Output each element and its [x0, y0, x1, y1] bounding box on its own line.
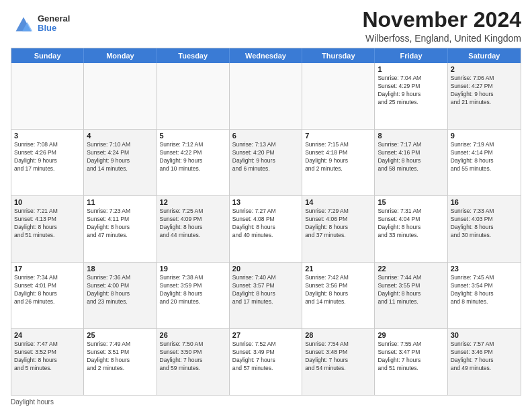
calendar-cell-r2-c5: 15Sunrise: 7:31 AM Sunset: 4:04 PM Dayli…: [375, 196, 447, 262]
day-number-7: 7: [305, 132, 371, 140]
header-wednesday: Wednesday: [230, 48, 302, 63]
calendar-cell-r0-c6: 2Sunrise: 7:06 AM Sunset: 4:27 PM Daylig…: [448, 63, 521, 129]
header-tuesday: Tuesday: [157, 48, 230, 63]
logo: General Blue: [11, 11, 70, 36]
day-info-16: Sunrise: 7:33 AM Sunset: 4:03 PM Dayligh…: [451, 208, 518, 240]
day-number-5: 5: [160, 132, 226, 140]
calendar-cell-r0-c3: [230, 63, 302, 129]
day-info-27: Sunrise: 7:52 AM Sunset: 3:49 PM Dayligh…: [232, 340, 299, 373]
day-info-13: Sunrise: 7:27 AM Sunset: 4:08 PM Dayligh…: [232, 208, 299, 240]
calendar-cell-r1-c4: 7Sunrise: 7:15 AM Sunset: 4:18 PM Daylig…: [302, 130, 375, 195]
day-number-29: 29: [378, 331, 444, 339]
month-title: November 2024: [362, 8, 521, 32]
day-info-11: Sunrise: 7:23 AM Sunset: 4:11 PM Dayligh…: [87, 208, 153, 240]
calendar-cell-r3-c6: 23Sunrise: 7:45 AM Sunset: 3:54 PM Dayli…: [448, 263, 521, 328]
calendar-cell-r0-c1: [84, 63, 157, 129]
calendar-cell-r2-c3: 13Sunrise: 7:27 AM Sunset: 4:08 PM Dayli…: [230, 196, 302, 262]
calendar-header: Sunday Monday Tuesday Wednesday Thursday…: [11, 48, 521, 63]
logo-icon: [11, 11, 36, 36]
day-number-10: 10: [14, 198, 81, 206]
day-number-13: 13: [232, 198, 299, 206]
footer-note: Daylight hours: [11, 398, 521, 406]
logo-general-label: General: [38, 14, 70, 24]
day-number-20: 20: [232, 265, 299, 273]
calendar-cell-r0-c5: 1Sunrise: 7:04 AM Sunset: 4:29 PM Daylig…: [375, 63, 447, 129]
day-info-19: Sunrise: 7:38 AM Sunset: 3:59 PM Dayligh…: [160, 274, 226, 306]
header: General Blue November 2024 Wilberfoss, E…: [11, 8, 521, 44]
day-info-24: Sunrise: 7:47 AM Sunset: 3:52 PM Dayligh…: [14, 340, 81, 373]
calendar-cell-r1-c2: 5Sunrise: 7:12 AM Sunset: 4:22 PM Daylig…: [157, 130, 230, 195]
header-saturday: Saturday: [448, 48, 521, 63]
day-info-22: Sunrise: 7:44 AM Sunset: 3:55 PM Dayligh…: [378, 274, 444, 306]
day-info-10: Sunrise: 7:21 AM Sunset: 4:13 PM Dayligh…: [14, 208, 81, 240]
day-info-26: Sunrise: 7:50 AM Sunset: 3:50 PM Dayligh…: [160, 340, 226, 373]
calendar-cell-r3-c1: 18Sunrise: 7:36 AM Sunset: 4:00 PM Dayli…: [84, 263, 157, 328]
calendar-cell-r2-c6: 16Sunrise: 7:33 AM Sunset: 4:03 PM Dayli…: [448, 196, 521, 262]
calendar-cell-r4-c2: 26Sunrise: 7:50 AM Sunset: 3:50 PM Dayli…: [157, 329, 230, 395]
day-info-4: Sunrise: 7:10 AM Sunset: 4:24 PM Dayligh…: [87, 141, 153, 173]
day-number-14: 14: [305, 198, 371, 206]
title-block: November 2024 Wilberfoss, England, Unite…: [362, 8, 521, 44]
day-number-17: 17: [14, 265, 81, 273]
calendar-cell-r1-c6: 9Sunrise: 7:19 AM Sunset: 4:14 PM Daylig…: [448, 130, 521, 195]
day-number-3: 3: [14, 132, 81, 140]
day-number-27: 27: [232, 331, 299, 339]
day-number-25: 25: [87, 331, 153, 339]
day-info-30: Sunrise: 7:57 AM Sunset: 3:46 PM Dayligh…: [451, 340, 518, 373]
calendar-row-4: 24Sunrise: 7:47 AM Sunset: 3:52 PM Dayli…: [11, 328, 521, 395]
calendar-body: 1Sunrise: 7:04 AM Sunset: 4:29 PM Daylig…: [11, 63, 521, 395]
calendar-cell-r4-c6: 30Sunrise: 7:57 AM Sunset: 3:46 PM Dayli…: [448, 329, 521, 395]
calendar-cell-r0-c2: [157, 63, 230, 129]
subtitle: Wilberfoss, England, United Kingdom: [362, 33, 521, 44]
calendar-cell-r2-c2: 12Sunrise: 7:25 AM Sunset: 4:09 PM Dayli…: [157, 196, 230, 262]
calendar: Sunday Monday Tuesday Wednesday Thursday…: [11, 48, 521, 396]
calendar-cell-r1-c3: 6Sunrise: 7:13 AM Sunset: 4:20 PM Daylig…: [230, 130, 302, 195]
day-info-6: Sunrise: 7:13 AM Sunset: 4:20 PM Dayligh…: [232, 141, 299, 173]
header-thursday: Thursday: [302, 48, 375, 63]
calendar-cell-r1-c0: 3Sunrise: 7:08 AM Sunset: 4:26 PM Daylig…: [11, 130, 84, 195]
day-info-25: Sunrise: 7:49 AM Sunset: 3:51 PM Dayligh…: [87, 340, 153, 373]
calendar-row-1: 3Sunrise: 7:08 AM Sunset: 4:26 PM Daylig…: [11, 129, 521, 195]
day-info-18: Sunrise: 7:36 AM Sunset: 4:00 PM Dayligh…: [87, 274, 153, 306]
calendar-cell-r2-c0: 10Sunrise: 7:21 AM Sunset: 4:13 PM Dayli…: [11, 196, 84, 262]
calendar-cell-r1-c1: 4Sunrise: 7:10 AM Sunset: 4:24 PM Daylig…: [84, 130, 157, 195]
page: General Blue November 2024 Wilberfoss, E…: [0, 0, 532, 411]
day-info-21: Sunrise: 7:42 AM Sunset: 3:56 PM Dayligh…: [305, 274, 371, 306]
calendar-cell-r4-c5: 29Sunrise: 7:55 AM Sunset: 3:47 PM Dayli…: [375, 329, 447, 395]
logo-text: General Blue: [38, 14, 70, 34]
calendar-cell-r3-c0: 17Sunrise: 7:34 AM Sunset: 4:01 PM Dayli…: [11, 263, 84, 328]
day-info-29: Sunrise: 7:55 AM Sunset: 3:47 PM Dayligh…: [378, 340, 444, 373]
calendar-cell-r3-c5: 22Sunrise: 7:44 AM Sunset: 3:55 PM Dayli…: [375, 263, 447, 328]
day-info-12: Sunrise: 7:25 AM Sunset: 4:09 PM Dayligh…: [160, 208, 226, 240]
day-number-23: 23: [451, 265, 518, 273]
calendar-cell-r2-c4: 14Sunrise: 7:29 AM Sunset: 4:06 PM Dayli…: [302, 196, 375, 262]
day-number-12: 12: [160, 198, 226, 206]
day-info-2: Sunrise: 7:06 AM Sunset: 4:27 PM Dayligh…: [451, 75, 518, 107]
calendar-row-0: 1Sunrise: 7:04 AM Sunset: 4:29 PM Daylig…: [11, 63, 521, 129]
day-number-2: 2: [451, 65, 518, 73]
calendar-cell-r3-c2: 19Sunrise: 7:38 AM Sunset: 3:59 PM Dayli…: [157, 263, 230, 328]
header-monday: Monday: [84, 48, 157, 63]
day-info-20: Sunrise: 7:40 AM Sunset: 3:57 PM Dayligh…: [232, 274, 299, 306]
day-number-21: 21: [305, 265, 371, 273]
day-info-28: Sunrise: 7:54 AM Sunset: 3:48 PM Dayligh…: [305, 340, 371, 373]
day-info-23: Sunrise: 7:45 AM Sunset: 3:54 PM Dayligh…: [451, 274, 518, 306]
day-info-15: Sunrise: 7:31 AM Sunset: 4:04 PM Dayligh…: [378, 208, 444, 240]
header-sunday: Sunday: [11, 48, 84, 63]
calendar-row-3: 17Sunrise: 7:34 AM Sunset: 4:01 PM Dayli…: [11, 262, 521, 328]
calendar-cell-r4-c1: 25Sunrise: 7:49 AM Sunset: 3:51 PM Dayli…: [84, 329, 157, 395]
day-number-11: 11: [87, 198, 153, 206]
calendar-cell-r4-c3: 27Sunrise: 7:52 AM Sunset: 3:49 PM Dayli…: [230, 329, 302, 395]
day-info-3: Sunrise: 7:08 AM Sunset: 4:26 PM Dayligh…: [14, 141, 81, 173]
day-number-1: 1: [378, 65, 444, 73]
calendar-cell-r4-c4: 28Sunrise: 7:54 AM Sunset: 3:48 PM Dayli…: [302, 329, 375, 395]
logo-blue-label: Blue: [38, 24, 70, 33]
day-info-9: Sunrise: 7:19 AM Sunset: 4:14 PM Dayligh…: [451, 141, 518, 173]
day-number-4: 4: [87, 132, 153, 140]
day-info-17: Sunrise: 7:34 AM Sunset: 4:01 PM Dayligh…: [14, 274, 81, 306]
day-info-1: Sunrise: 7:04 AM Sunset: 4:29 PM Dayligh…: [378, 75, 444, 107]
day-info-8: Sunrise: 7:17 AM Sunset: 4:16 PM Dayligh…: [378, 141, 444, 173]
day-number-28: 28: [305, 331, 371, 339]
day-info-7: Sunrise: 7:15 AM Sunset: 4:18 PM Dayligh…: [305, 141, 371, 173]
calendar-cell-r1-c5: 8Sunrise: 7:17 AM Sunset: 4:16 PM Daylig…: [375, 130, 447, 195]
